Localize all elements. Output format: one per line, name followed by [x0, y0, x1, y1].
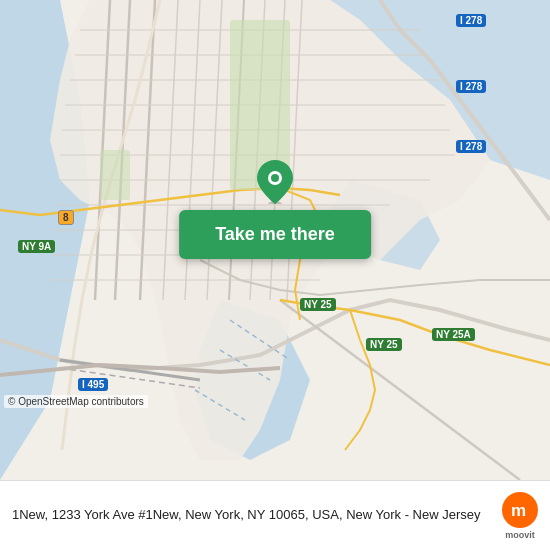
moovit-logo: m moovit — [502, 492, 538, 540]
map-container: Take me there © OpenStreetMap contributo… — [0, 0, 550, 480]
badge-i278-3: I 278 — [456, 140, 486, 153]
badge-i278-2: I 278 — [456, 80, 486, 93]
svg-rect-28 — [100, 150, 130, 200]
badge-ny25-1: NY 25 — [300, 298, 336, 311]
badge-ny25a: NY 25A — [432, 328, 475, 341]
moovit-text: moovit — [505, 530, 535, 540]
badge-ny25-2: NY 25 — [366, 338, 402, 351]
address-text: 1New, 1233 York Ave #1New, New York, NY … — [12, 506, 492, 524]
svg-text:m: m — [511, 501, 526, 520]
bottom-bar: 1New, 1233 York Ave #1New, New York, NY … — [0, 480, 550, 550]
svg-point-36 — [271, 174, 279, 182]
badge-8: 8 — [58, 210, 74, 225]
badge-i495: I 495 — [78, 378, 108, 391]
moovit-icon: m — [502, 492, 538, 528]
badge-i278-1: I 278 — [456, 14, 486, 27]
take-me-there-button[interactable]: Take me there — [179, 210, 371, 259]
location-pin — [257, 160, 293, 204]
osm-credit: © OpenStreetMap contributors — [4, 395, 148, 408]
badge-ny9a: NY 9A — [18, 240, 55, 253]
